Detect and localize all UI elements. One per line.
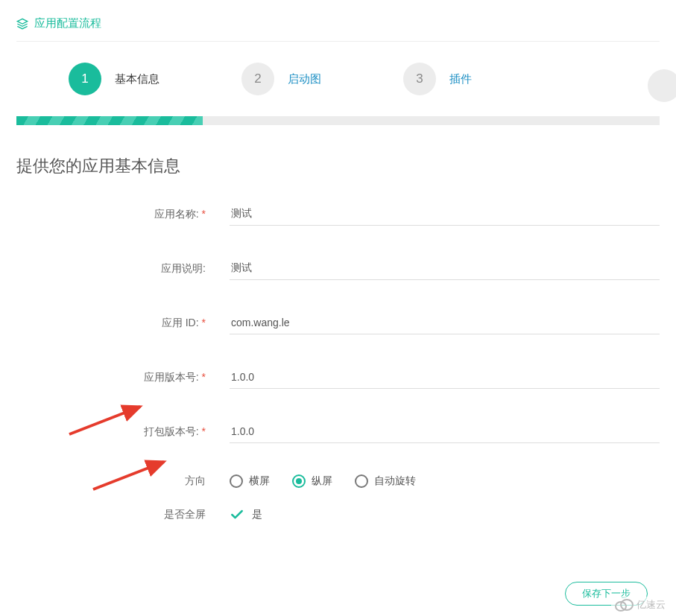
step-number: 3: [403, 63, 436, 95]
step-label: 插件: [449, 72, 472, 86]
step-plugins[interactable]: 3 插件: [403, 63, 472, 95]
label-app-desc: 应用说明:: [16, 262, 210, 276]
panel-title: 应用配置流程: [34, 16, 101, 31]
radio-landscape[interactable]: 横屏: [230, 474, 270, 488]
radio-portrait[interactable]: 纵屏: [292, 474, 332, 488]
pack-version-input[interactable]: [230, 420, 660, 443]
watermark-text: 亿速云: [636, 598, 666, 612]
label-app-version: 应用版本号:*: [16, 371, 210, 384]
cloud-icon: [614, 598, 634, 612]
radio-icon: [230, 474, 243, 488]
radio-label: 横屏: [249, 474, 270, 488]
progress-bar: [16, 116, 660, 125]
step-number: 2: [241, 63, 274, 95]
radio-icon: [355, 474, 368, 488]
step-basic-info[interactable]: 1 基本信息: [69, 63, 159, 95]
radio-label: 纵屏: [312, 474, 332, 488]
app-desc-input[interactable]: [230, 257, 660, 280]
label-app-name: 应用名称:*: [16, 208, 210, 221]
fullscreen-toggle[interactable]: 是: [230, 507, 660, 522]
check-icon: [230, 507, 244, 522]
label-pack-version: 打包版本号:*: [16, 425, 210, 439]
fullscreen-value: 是: [252, 508, 262, 521]
app-version-input[interactable]: [230, 366, 660, 389]
step-indicator: 1 基本信息 2 启动图 3 插件: [16, 42, 660, 116]
step-splash[interactable]: 2 启动图: [241, 63, 321, 95]
app-name-input[interactable]: [230, 203, 660, 226]
label-orientation: 方向: [16, 474, 210, 488]
progress-fill: [16, 116, 203, 125]
section-title: 提供您的应用基本信息: [16, 155, 660, 177]
label-fullscreen: 是否全屏: [16, 508, 210, 521]
step-number: 1: [69, 63, 101, 95]
step-next-ghost: [648, 69, 676, 102]
step-label: 基本信息: [115, 72, 159, 86]
watermark: 亿速云: [611, 597, 669, 613]
app-id-input[interactable]: [230, 311, 660, 334]
svg-point-4: [621, 600, 633, 610]
radio-label: 自动旋转: [374, 474, 416, 488]
radio-autorotate[interactable]: 自动旋转: [355, 474, 416, 488]
step-label: 启动图: [288, 72, 321, 86]
label-app-id: 应用 ID:*: [16, 317, 210, 330]
radio-icon: [292, 474, 306, 488]
svg-marker-0: [17, 19, 27, 24]
layers-icon: [16, 18, 28, 30]
